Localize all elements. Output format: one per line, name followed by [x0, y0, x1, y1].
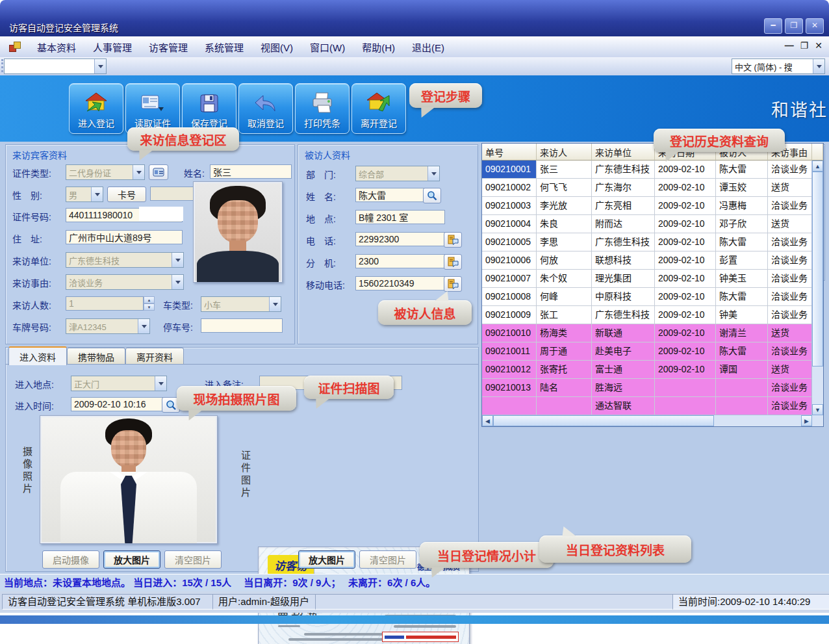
table-cell[interactable]: 陈大雷 [716, 233, 768, 251]
location-input[interactable] [355, 210, 445, 224]
table-cell[interactable]: 090210008 [482, 288, 537, 306]
table-cell[interactable] [655, 379, 716, 397]
restore-icon[interactable]: ❐ [785, 18, 803, 34]
table-cell[interactable]: 2009-02-10 [655, 233, 716, 251]
phone-notify-button[interactable] [444, 232, 462, 248]
address-input[interactable] [66, 230, 183, 244]
phone-input[interactable] [355, 232, 445, 246]
leave-register-button[interactable]: 离开登记 [351, 83, 406, 134]
table-cell[interactable]: 张工 [537, 306, 592, 324]
horizontal-scroll-thumb[interactable] [493, 415, 714, 426]
table-cell[interactable]: 张三 [537, 161, 592, 179]
table-cell[interactable]: 朱个奴 [537, 270, 592, 288]
vertical-scroll-thumb[interactable] [812, 172, 823, 367]
table-cell[interactable] [716, 397, 768, 415]
table-cell[interactable]: 2009-02-10 [655, 251, 716, 270]
plate-combo[interactable]: 津A12345 [66, 318, 150, 334]
table-row[interactable]: 090210005李思广东德生科技2009-02-10陈大雷洽谈业务 [482, 233, 823, 251]
table-cell[interactable]: 2009-02-10 [655, 288, 716, 306]
col-header-company[interactable]: 来访单位 [592, 144, 655, 161]
table-row[interactable]: 090210002何飞飞广东海尔2009-02-10谭玉姣送货 [482, 179, 823, 197]
language-bar[interactable]: 中文 (简体) - 搜 [732, 58, 825, 74]
mobile-input[interactable] [355, 276, 445, 290]
table-cell[interactable]: 陈大雷 [716, 161, 768, 179]
table-row[interactable]: 090210011周于通赴美电子2009-02-10陈大雷洽谈业务 [482, 342, 823, 361]
card-reader-button[interactable] [149, 164, 168, 180]
menu-item-basic[interactable]: 基本资料 [29, 38, 84, 57]
table-cell[interactable]: 谭国 [716, 361, 768, 379]
menu-item-view[interactable]: 视图(V) [252, 38, 301, 57]
table-cell[interactable]: 附而达 [592, 215, 655, 233]
read-card-button[interactable]: 读取证件 [125, 83, 180, 134]
table-row[interactable]: 090210004朱良附而达2009-02-10邓子欣送货 [482, 215, 823, 233]
table-cell[interactable]: 广东德生科技 [592, 233, 655, 251]
table-cell[interactable]: 何峰 [537, 288, 592, 306]
table-cell[interactable]: 2009-02-10 [655, 270, 716, 288]
table-cell[interactable]: 冯惠梅 [716, 197, 768, 215]
table-cell[interactable]: 2009-02-10 [655, 161, 716, 179]
table-cell[interactable]: 090210001 [482, 161, 537, 179]
print-slip-button[interactable]: 打印凭条 [295, 83, 350, 134]
menu-item-hr[interactable]: 人事管理 [84, 38, 140, 57]
ext-input[interactable] [355, 254, 445, 268]
minimize-icon[interactable]: ━ [764, 18, 782, 34]
table-cell[interactable]: 广东亮相 [592, 197, 655, 215]
table-row[interactable]: 090210012张寄托富士通2009-02-10谭国送货 [482, 361, 823, 379]
mdi-minimize-icon[interactable]: — [785, 40, 794, 51]
table-cell[interactable]: 090210004 [482, 215, 537, 233]
table-cell[interactable]: 090210007 [482, 270, 537, 288]
table-cell[interactable]: 090210011 [482, 342, 537, 361]
gender-combo[interactable]: 男 [66, 187, 103, 202]
chevron-down-icon[interactable] [94, 59, 106, 73]
table-cell[interactable]: 谭玉姣 [716, 179, 768, 197]
visit-company-combo[interactable]: 广东德生科技 [66, 252, 184, 268]
quick-select-combo[interactable] [4, 58, 107, 74]
table-cell[interactable] [716, 379, 768, 397]
table-cell[interactable]: 富士通 [592, 361, 655, 379]
card-zoom-button[interactable]: 放大图片 [298, 550, 355, 569]
table-cell[interactable]: 090210005 [482, 233, 537, 251]
menu-item-window[interactable]: 窗口(W) [301, 38, 353, 57]
table-row[interactable]: 090210008何峰中原科技2009-02-10陈大雷洽谈业务 [482, 288, 823, 306]
menu-item-system[interactable]: 系统管理 [196, 38, 252, 57]
table-cell[interactable] [537, 397, 592, 415]
table-cell[interactable]: 胜海远 [592, 379, 655, 397]
table-cell[interactable] [655, 397, 716, 415]
tab-carried-items[interactable]: 携带物品 [67, 348, 125, 365]
table-cell[interactable]: 广东海尔 [592, 179, 655, 197]
table-row[interactable]: 090210007朱个奴理光集团2009-02-10钟美玉洽谈业务 [482, 270, 823, 288]
table-cell[interactable]: 2009-02-10 [655, 306, 716, 324]
table-cell[interactable]: 090210002 [482, 179, 537, 197]
tab-leave-info[interactable]: 离开资料 [125, 348, 184, 365]
col-header-id[interactable]: 单号 [482, 144, 537, 161]
table-cell[interactable]: 谢清兰 [716, 324, 768, 342]
table-cell[interactable]: 邓子欣 [716, 215, 768, 233]
table-row[interactable]: 090210009张工广东德生科技2009-02-10钟美洽谈业务 [482, 306, 823, 324]
card-number-button[interactable]: 卡号 [107, 187, 146, 202]
table-cell[interactable]: 理光集团 [592, 270, 655, 288]
spin-down-icon[interactable]: ▼ [144, 303, 155, 311]
host-name-input[interactable] [355, 188, 424, 202]
table-cell[interactable]: 陈大雷 [716, 342, 768, 361]
visitor-name-input[interactable] [210, 164, 292, 179]
mdi-restore-icon[interactable]: ❐ [800, 40, 809, 51]
entry-place-combo[interactable]: 正大门 [71, 376, 167, 391]
tab-entry-info[interactable]: 进入资料 [8, 346, 67, 365]
mdi-close-icon[interactable]: ✕ [815, 40, 823, 51]
entry-time-input[interactable] [71, 397, 163, 411]
table-cell[interactable]: 2009-02-10 [655, 342, 716, 361]
spin-up-icon[interactable]: ▲ [144, 296, 155, 303]
table-cell[interactable]: 090210009 [482, 306, 537, 324]
table-cell[interactable]: 张寄托 [537, 361, 592, 379]
table-cell[interactable]: 陈大雷 [716, 288, 768, 306]
table-cell[interactable]: 李光放 [537, 197, 592, 215]
table-row[interactable]: 090210006何放联想科技2009-02-10彭置洽谈业务 [482, 251, 823, 270]
scroll-right-icon[interactable]: ▶ [801, 415, 812, 426]
table-cell[interactable]: 广东德生科技 [592, 306, 655, 324]
table-cell[interactable]: 2009-02-10 [655, 324, 716, 342]
cert-type-combo[interactable]: 二代身份证 [66, 164, 145, 180]
table-row[interactable]: 090210013陆名胜海远洽谈业务 [482, 379, 823, 397]
col-header-visitor[interactable]: 来访人 [537, 144, 592, 161]
dept-combo[interactable]: 综合部 [355, 166, 440, 181]
menu-item-exit[interactable]: 退出(E) [403, 38, 453, 57]
